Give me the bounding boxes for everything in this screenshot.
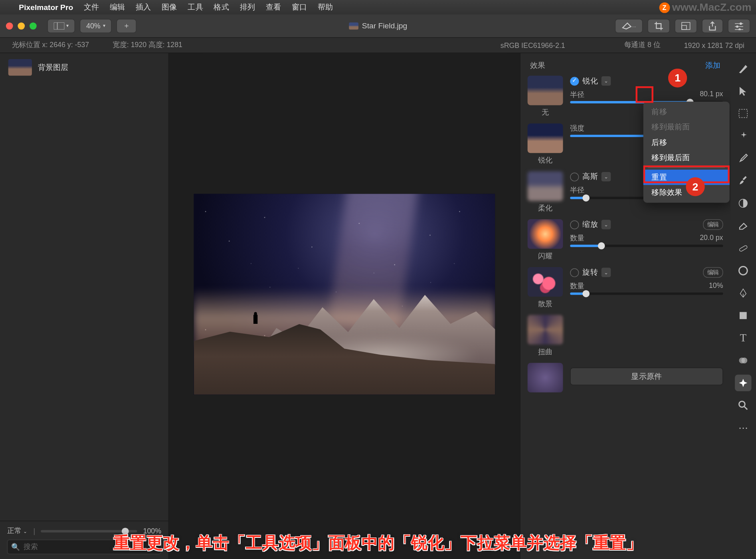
eraser-tool-button[interactable]: … (615, 19, 643, 33)
effect-dropdown-zoom[interactable]: ⌄ (602, 220, 611, 230)
pen-tool[interactable] (735, 285, 751, 301)
svg-rect-3 (682, 25, 687, 29)
settings-button[interactable] (728, 19, 750, 33)
menu-arrange[interactable]: 排列 (240, 2, 255, 12)
edit-zoom-button[interactable]: 编辑 (703, 219, 723, 230)
effect-thumb-blur[interactable] (528, 171, 563, 201)
eraser-icon (621, 22, 632, 30)
effect-thumb-flare[interactable] (528, 219, 563, 249)
menu-tools[interactable]: 工具 (188, 2, 203, 12)
system-menubar: Pixelmator Pro 文件 编辑 插入 图像 工具 格式 排列 查看 窗… (0, 0, 756, 14)
color-picker-tool[interactable] (735, 150, 751, 167)
traffic-lights[interactable] (6, 22, 37, 30)
pen-icon (738, 288, 749, 299)
svg-point-9 (738, 28, 741, 30)
cursor-position: 光标位置 x: 2646 y: -537 (12, 40, 89, 50)
effect-dropdown-sharpen[interactable]: ⌄ (602, 76, 611, 86)
menu-help[interactable]: 帮助 (318, 2, 333, 12)
effects-tool[interactable] (735, 375, 751, 391)
resize-button[interactable] (675, 19, 697, 33)
half-circle-icon (738, 198, 749, 209)
intensity-label: 强度 (570, 123, 584, 133)
edit-rotate-button[interactable]: 编辑 (703, 267, 723, 278)
layer-item[interactable]: 背景图层 (0, 53, 168, 81)
canvas-area[interactable] (169, 53, 520, 559)
effect-name-zoom: 缩放 (582, 219, 598, 230)
menu-send-backward[interactable]: 后移 (643, 135, 730, 150)
effect-label-flare: 闪耀 (528, 251, 563, 261)
resize-icon (681, 22, 691, 30)
svg-rect-2 (682, 22, 690, 30)
effect-thumb-kaleidoscope[interactable] (528, 363, 563, 392)
overlap-circles-icon (738, 355, 749, 366)
annotation-callout-1: 1 (668, 69, 687, 87)
radius-value: 80.1 px (700, 90, 723, 100)
effect-label-blur: 柔化 (528, 203, 563, 213)
menu-window[interactable]: 窗口 (292, 2, 307, 12)
selection-tool[interactable] (735, 105, 751, 121)
menu-edit[interactable]: 编辑 (110, 2, 125, 12)
close-window-button[interactable] (6, 22, 13, 30)
effect-thumb-bokeh[interactable] (528, 267, 563, 297)
svg-rect-14 (740, 312, 747, 319)
effect-thumb-sharpen[interactable] (528, 123, 563, 153)
effect-label-bokeh: 散景 (528, 299, 563, 309)
bandage-icon (738, 243, 749, 254)
shape-tool[interactable] (735, 307, 751, 324)
paint-tool[interactable] (735, 172, 751, 189)
blend-mode-dropdown[interactable]: 正常 ⌄ (7, 526, 28, 536)
menu-image[interactable]: 图像 (162, 2, 177, 12)
effect-dropdown-gaussian[interactable]: ⌄ (602, 172, 611, 182)
right-panel: 效果 添加 无 锐化 ⌄ 半径80.1 px (520, 53, 756, 559)
svg-line-18 (744, 406, 747, 409)
crop-tool[interactable] (735, 128, 751, 144)
crop-icon (654, 21, 663, 31)
effect-label-twist: 扭曲 (528, 347, 563, 357)
wand-icon (738, 131, 749, 141)
menu-file[interactable]: 文件 (84, 2, 99, 12)
crop-tool-button[interactable] (647, 19, 670, 33)
eyedropper-icon (738, 153, 749, 164)
zoom-tool[interactable] (735, 397, 751, 414)
menu-format[interactable]: 格式 (214, 2, 229, 12)
add-effect-button[interactable]: 添加 (705, 60, 720, 71)
color-adjust-tool[interactable] (735, 195, 751, 211)
effect-thumb-twist[interactable] (528, 315, 563, 345)
watermark: Zwww.MacZ.com (659, 1, 751, 14)
zoom-window-button[interactable] (30, 22, 37, 30)
menu-insert[interactable]: 插入 (136, 2, 151, 12)
effect-dropdown-rotate[interactable]: ⌄ (602, 268, 611, 277)
menu-send-to-back[interactable]: 移到最后面 (643, 150, 730, 165)
type-tool[interactable]: T (735, 330, 751, 346)
erase-tool[interactable] (735, 218, 751, 234)
blur-radius-label: 半径 (570, 186, 584, 196)
style-tool[interactable] (735, 60, 751, 77)
sidebar-toggle-button[interactable]: ▾ (47, 19, 75, 33)
effect-checkbox-rotate[interactable] (570, 268, 579, 277)
share-button[interactable] (702, 19, 723, 33)
menu-bring-forward: 前移 (643, 104, 730, 119)
show-original-button[interactable]: 显示原件 (570, 368, 723, 385)
rotate-amount-slider[interactable] (570, 293, 723, 295)
zoom-dropdown[interactable]: 40%▾ (80, 19, 112, 33)
zoom-amount-slider[interactable] (570, 245, 723, 247)
color-tool[interactable] (735, 262, 751, 279)
effect-checkbox-sharpen[interactable] (570, 77, 579, 85)
minimize-window-button[interactable] (18, 22, 25, 30)
menu-view[interactable]: 查看 (266, 2, 281, 12)
more-tools[interactable]: ⋯ (735, 420, 751, 436)
add-button[interactable]: ＋ (117, 19, 137, 33)
zoom-amount-value: 20.0 px (700, 234, 723, 244)
app-menu[interactable]: Pixelmator Pro (19, 3, 73, 12)
brush-cursor-icon (737, 63, 749, 75)
radius-label: 半径 (570, 90, 584, 100)
effect-name-sharpen: 锐化 (582, 75, 598, 86)
effect-checkbox-zoom[interactable] (570, 220, 579, 229)
magnifier-icon (738, 400, 749, 411)
effect-checkbox-gaussian[interactable] (570, 172, 579, 181)
gradient-tool[interactable] (735, 352, 751, 369)
repair-tool[interactable] (735, 240, 751, 256)
sidebar-icon (54, 22, 65, 30)
arrange-tool[interactable] (735, 83, 751, 99)
effect-thumb-none[interactable] (528, 75, 563, 105)
